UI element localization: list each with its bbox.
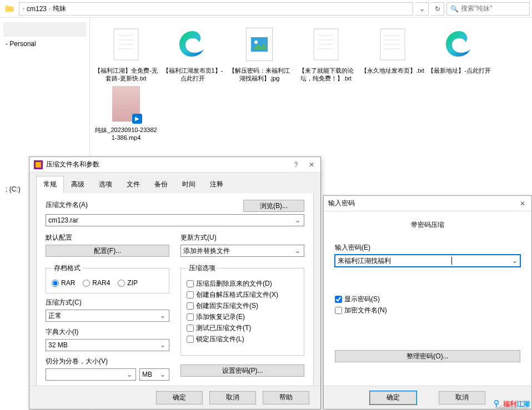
breadcrumb-seg[interactable]: 纯妹	[53, 4, 66, 13]
file-label: 纯妹_20230910-233821-386.mp4	[94, 126, 158, 142]
sidebar-header[interactable]	[3, 22, 86, 37]
update-mode-select[interactable]: 添加并替换文件	[180, 245, 304, 257]
organize-passwords-button[interactable]: 整理密码(O)...	[335, 350, 520, 362]
chevron-right-icon: ›	[49, 6, 51, 12]
dialog-tabs: 常规高级选项文件备份时间注释	[29, 173, 320, 193]
password-label: 输入密码(E)	[335, 243, 520, 252]
encrypt-filenames-label: 加密文件名(N)	[344, 306, 387, 315]
tab-备份[interactable]: 备份	[147, 176, 175, 193]
help-icon[interactable]: ?	[292, 161, 300, 169]
tab-选项[interactable]: 选项	[92, 176, 119, 193]
address-dropdown[interactable]: ⌄	[415, 2, 429, 16]
file-item[interactable]: ▶纯妹_20230910-233821-386.mp4	[94, 86, 158, 142]
archive-option[interactable]: 测试已压缩文件(T)	[187, 323, 298, 333]
dictionary-size-label: 字典大小(I)	[46, 327, 169, 337]
dialog-title: 压缩文件名和参数	[46, 160, 292, 169]
dictionary-size-select[interactable]: 32 MB	[46, 339, 169, 351]
file-icon	[375, 27, 410, 62]
chevron-down-icon: ⌄	[512, 257, 518, 265]
ok-button[interactable]: 确定	[370, 391, 416, 404]
archive-name-label: 压缩文件名(A)	[46, 200, 239, 210]
encrypt-filenames-checkbox[interactable]	[335, 307, 342, 314]
dialog-footer: 确定 取消 帮助	[29, 386, 320, 409]
show-password-label: 显示密码(S)	[344, 295, 380, 304]
file-item[interactable]: 【来了就能下载的论坛，纯免费！】.txt	[294, 27, 358, 83]
tab-注释[interactable]: 注释	[203, 176, 230, 193]
svg-rect-18	[36, 162, 41, 168]
set-password-button[interactable]: 设置密码(P)...	[180, 365, 304, 377]
tab-常规[interactable]: 常规	[36, 176, 64, 193]
refresh-button[interactable]: ↻	[431, 2, 444, 16]
breadcrumb-seg[interactable]: cm123	[27, 5, 47, 13]
file-item[interactable]: 【福利江湖发布页1】-点此打开	[161, 27, 224, 83]
default-profile-label: 默认配置	[46, 233, 169, 242]
archive-option[interactable]: 压缩后删除原来的文件(D)	[187, 279, 298, 288]
file-label: 【最新地址】-点此打开	[428, 67, 491, 74]
split-volumes-label: 切分为分卷，大小(V)	[46, 357, 169, 366]
file-item[interactable]: 【永久地址发布页】.txt	[361, 27, 424, 83]
tab-文件[interactable]: 文件	[119, 176, 147, 193]
file-icon	[242, 27, 277, 62]
file-item[interactable]: 【最新地址】-点此打开	[428, 27, 491, 83]
file-icon	[308, 27, 344, 62]
update-mode-label: 更新方式(U)	[180, 233, 304, 242]
close-icon[interactable]: ✕	[307, 161, 316, 169]
svg-point-6	[254, 41, 258, 44]
ok-button[interactable]: 确定	[156, 391, 203, 404]
folder-icon	[4, 4, 14, 14]
file-item[interactable]: 【福利江湖】全免费-无套路-更新快.txt	[94, 27, 158, 83]
watermark-url: fulijianghu.com	[495, 405, 529, 410]
archive-option[interactable]: 锁定压缩文件(L)	[187, 335, 298, 344]
archive-option[interactable]: 创建自解压格式压缩文件(X)	[187, 290, 298, 300]
file-label: 【来了就能下载的论坛，纯免费！】.txt	[294, 67, 358, 83]
dialog-title: 输入密码	[328, 199, 518, 208]
chevron-right-icon: ›	[23, 6, 24, 12]
password-dialog: 输入密码 ✕ 带密码压缩 输入密码(E) 来福利江湖找福利 ⌄ 显示密码(S) …	[323, 195, 532, 409]
archive-option[interactable]: 创建固实压缩文件(S)	[187, 301, 298, 311]
cancel-button[interactable]: 取消	[439, 391, 485, 404]
split-size-input[interactable]	[46, 368, 136, 381]
format-radios: RAR RAR4 ZIP	[52, 277, 163, 288]
password-subtitle: 带密码压缩	[335, 220, 520, 230]
file-icon: ▶	[108, 86, 144, 122]
format-radio-rar[interactable]: RAR	[52, 279, 75, 287]
browse-button[interactable]: 浏览(B)...	[243, 200, 304, 212]
text-cursor	[451, 257, 452, 265]
winrar-icon	[34, 160, 43, 169]
sidebar-personal[interactable]: - Personal	[3, 38, 86, 50]
split-unit-select[interactable]: MB	[139, 368, 169, 381]
archive-format-label: 存档格式	[52, 264, 83, 273]
search-input[interactable]: 🔍 搜索"纯妹"	[446, 2, 530, 16]
format-radio-zip[interactable]: ZIP	[118, 279, 138, 287]
tab-时间[interactable]: 时间	[175, 176, 203, 193]
file-label: 【解压密码：来福利江湖找福利】.jpg	[228, 67, 291, 83]
help-button[interactable]: 帮助	[263, 391, 309, 404]
password-dialog-body: 带密码压缩 输入密码(E) 来福利江湖找福利 ⌄ 显示密码(S) 加密文件名(N…	[324, 211, 531, 387]
file-item[interactable]: 【解压密码：来福利江湖找福利】.jpg	[228, 27, 291, 83]
file-label: 【福利江湖发布页1】-点此打开	[161, 67, 224, 83]
archive-option[interactable]: 添加恢复记录(E)	[187, 312, 298, 322]
compression-method-label: 压缩方式(C)	[46, 298, 169, 307]
password-input[interactable]: 来福利江湖找福利 ⌄	[335, 255, 520, 267]
address-input[interactable]: › cm123 › 纯妹	[19, 2, 413, 16]
compression-method-select[interactable]: 正常	[46, 310, 169, 322]
file-label: 【永久地址发布页】.txt	[361, 67, 424, 74]
explorer-address-bar: › cm123 › 纯妹 ⌄ ↻ 🔍 搜索"纯妹"	[0, 0, 532, 18]
close-icon[interactable]: ✕	[518, 200, 527, 207]
file-label: 【福利江湖】全免费-无套路-更新快.txt	[94, 67, 158, 83]
file-icon	[175, 27, 210, 62]
search-placeholder: 搜索"纯妹"	[461, 4, 493, 13]
dialog-titlebar[interactable]: 输入密码 ✕	[324, 196, 531, 211]
dialog-titlebar[interactable]: 压缩文件名和参数 ? ✕	[29, 157, 320, 173]
tab-general: 压缩文件名(A) 浏览(B)... cm123.rar 默认配置 配置(F)..…	[36, 193, 314, 387]
file-icon	[441, 27, 477, 62]
profiles-button[interactable]: 配置(F)...	[46, 245, 169, 257]
cancel-button[interactable]: 取消	[209, 391, 256, 404]
format-radio-rar4[interactable]: RAR4	[83, 279, 110, 287]
svg-rect-5	[251, 37, 268, 52]
archive-name-input[interactable]: cm123.rar	[46, 214, 304, 226]
tab-高级[interactable]: 高级	[64, 176, 92, 193]
archiving-options-label: 压缩选项	[187, 264, 218, 273]
show-password-checkbox[interactable]	[335, 296, 342, 303]
file-icon	[108, 27, 144, 62]
